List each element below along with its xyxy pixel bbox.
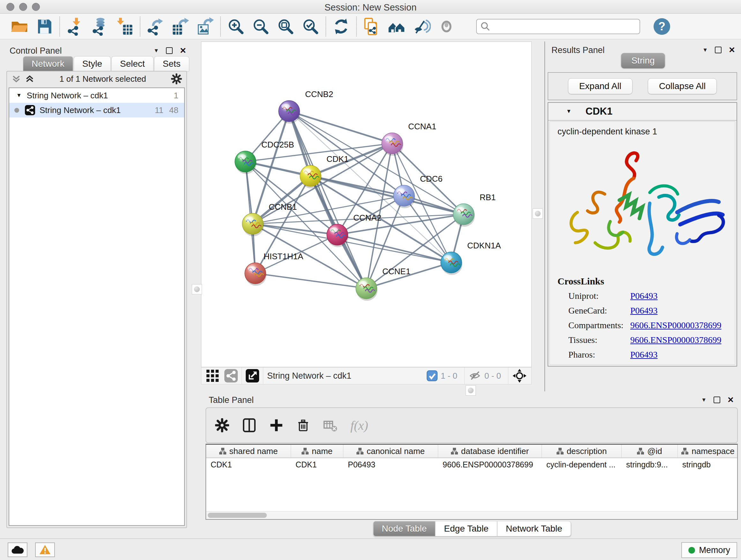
string-home-button[interactable]	[384, 15, 409, 38]
close-panel-icon[interactable]: ✕	[180, 47, 186, 55]
network-share-icon	[25, 105, 35, 115]
panel-menu-icon[interactable]: ▼	[701, 397, 706, 403]
table-header-row: shared namenamecanonical namedatabase id…	[206, 445, 737, 458]
memory-button[interactable]: Memory	[681, 542, 737, 558]
birds-eye-crosshair-icon[interactable]	[512, 368, 527, 383]
export-table-button[interactable]	[168, 15, 193, 38]
statusbar-divider	[0, 538, 741, 539]
collapse-all-icon[interactable]	[11, 74, 21, 84]
help-button[interactable]: ?	[654, 18, 670, 35]
network-node-cdc25b[interactable]	[235, 151, 257, 174]
network-node-ccna1[interactable]	[382, 133, 403, 156]
zoom-out-button[interactable]	[248, 15, 273, 38]
eye-sphere-icon	[438, 18, 455, 35]
import-table-button[interactable]	[112, 15, 137, 38]
cloud-button[interactable]	[8, 543, 27, 557]
delete-table-icon[interactable]	[323, 418, 338, 433]
function-builder-icon[interactable]: f(x)	[350, 418, 368, 433]
crosslink-uniprot[interactable]: P06493	[630, 291, 658, 301]
expand-all-button[interactable]: Expand All	[568, 78, 632, 94]
export-network-button[interactable]	[143, 15, 168, 38]
hidden-eye-slash-icon[interactable]	[468, 369, 481, 382]
collection-expand-icon[interactable]: ▼	[16, 92, 22, 99]
panel-menu-icon[interactable]: ▼	[153, 48, 159, 54]
tab-node-table[interactable]: Node Table	[373, 521, 435, 537]
warning-button[interactable]	[35, 543, 55, 557]
tab-network[interactable]: Network	[23, 56, 73, 71]
float-panel-icon[interactable]	[714, 396, 720, 403]
refresh-view-button[interactable]	[329, 15, 354, 38]
crosslink-tissues[interactable]: 9606.ENSP00000378699	[630, 335, 721, 345]
zoom-in-button[interactable]	[223, 15, 248, 38]
network-node-hist1h1a[interactable]	[245, 263, 266, 286]
network-edge[interactable]	[289, 111, 464, 214]
show-graphics-details-button[interactable]	[434, 15, 459, 38]
hide-glass-labels-button[interactable]	[409, 15, 434, 38]
tab-string[interactable]: String	[621, 53, 665, 68]
column-header-shared-name[interactable]: shared name	[206, 445, 291, 457]
network-edge[interactable]	[289, 111, 392, 143]
crosslink-compartments[interactable]: 9606.ENSP00000378699	[630, 320, 721, 330]
zoom-selected-button[interactable]	[298, 15, 323, 38]
network-node-cdc6[interactable]	[394, 185, 415, 208]
tab-sets[interactable]: Sets	[154, 56, 189, 71]
table-cell: CDK1	[206, 458, 291, 471]
delete-column-icon[interactable]	[296, 418, 310, 432]
show-columns-icon[interactable]	[242, 418, 257, 433]
section-collapse-icon[interactable]: ▼	[566, 108, 571, 115]
scrollbar-thumb[interactable]	[208, 513, 267, 518]
import-network-button[interactable]	[63, 15, 87, 38]
gear-icon[interactable]	[171, 73, 182, 84]
network-edge[interactable]	[253, 224, 337, 235]
expand-all-icon[interactable]	[25, 74, 35, 84]
clone-network-button[interactable]	[359, 15, 384, 38]
network-node-cdk1[interactable]	[300, 165, 322, 188]
collapse-all-button[interactable]: Collapse All	[648, 78, 717, 94]
grid-view-icon[interactable]	[206, 369, 219, 382]
tab-select[interactable]: Select	[111, 56, 153, 71]
selected-checkbox-icon[interactable]	[427, 370, 437, 381]
close-panel-icon[interactable]: ✕	[729, 46, 735, 54]
right-splitter-handle[interactable]	[533, 208, 543, 219]
gene-section-header[interactable]: ▼ CDK1	[548, 103, 737, 121]
panel-menu-icon[interactable]: ▼	[702, 47, 708, 53]
column-header-namespace[interactable]: namespace	[678, 445, 738, 457]
search-input[interactable]	[491, 21, 639, 32]
network-node-ccne1[interactable]	[356, 278, 378, 301]
network-node-ccnb1[interactable]	[242, 213, 264, 236]
save-session-button[interactable]	[32, 15, 57, 38]
open-folder-icon	[10, 17, 29, 36]
crosslink-genecard[interactable]: P06493	[630, 306, 658, 316]
column-header-id[interactable]: @id	[622, 445, 678, 457]
open-session-button[interactable]	[7, 15, 32, 38]
float-panel-icon[interactable]	[166, 47, 173, 54]
network-node-rb1[interactable]	[453, 204, 475, 227]
left-splitter-handle[interactable]	[192, 284, 202, 294]
network-edge[interactable]	[255, 273, 366, 288]
network-node-ccna2[interactable]	[327, 224, 348, 247]
toolbar-separator	[220, 17, 221, 37]
close-panel-icon[interactable]: ✕	[727, 396, 734, 404]
network-node-cdkn1a[interactable]	[441, 252, 462, 275]
zoom-fit-button[interactable]	[273, 15, 298, 38]
tab-edge-table[interactable]: Edge Table	[435, 521, 497, 537]
column-header-database-identifier[interactable]: database identifier	[438, 445, 542, 457]
table-gear-icon[interactable]	[215, 418, 229, 432]
float-panel-icon[interactable]	[715, 47, 722, 53]
network-row[interactable]: String Network – cdk1 11 48	[9, 103, 184, 118]
network-canvas[interactable]: CCNB2CCNA1CDC25BCDK1CDC6RB1CCNB1CCNA2CDK…	[201, 42, 531, 367]
column-header-description[interactable]: description	[542, 445, 622, 457]
network-edge[interactable]	[289, 111, 366, 288]
network-collection-row[interactable]: ▼ String Network – cdk1 1	[9, 88, 184, 103]
table-row[interactable]: CDK1CDK1P064939606.ENSP00000378699cyclin…	[206, 458, 737, 471]
column-header-canonical-name[interactable]: canonical name	[343, 445, 438, 457]
open-external-icon[interactable]	[246, 369, 259, 382]
export-image-button[interactable]	[193, 15, 218, 38]
tab-network-table[interactable]: Network Table	[497, 521, 571, 537]
tab-style[interactable]: Style	[74, 56, 111, 71]
add-column-icon[interactable]	[269, 418, 283, 432]
import-database-button[interactable]	[87, 15, 112, 38]
network-share-icon[interactable]	[224, 369, 238, 382]
column-header-name[interactable]: name	[291, 445, 343, 457]
crosslink-pharos[interactable]: P06493	[630, 350, 658, 360]
